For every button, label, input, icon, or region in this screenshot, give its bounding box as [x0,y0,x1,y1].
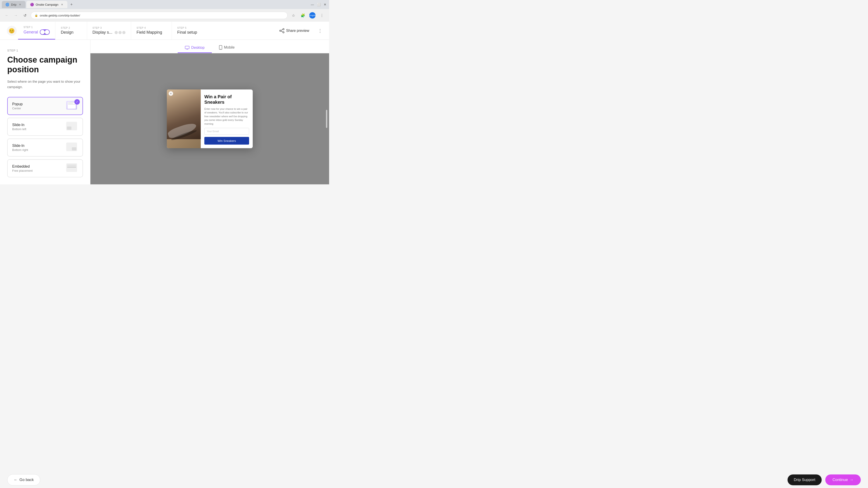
profile-label: Incognito [308,14,317,17]
header-right: Share preview ⋮ [276,26,324,35]
step-1[interactable]: STEP 1 General [18,22,55,39]
forward-button[interactable]: → [13,12,19,19]
onsite-tab-label: Onsite Campaign [36,3,58,6]
tab-mobile[interactable]: Mobile [212,42,242,53]
option-slidein-left[interactable]: Slide-In Bottom left [7,118,83,136]
option-popup[interactable]: Popup Center ✓ [7,97,83,115]
step-5-label: Final setup [177,30,198,35]
option-popup-icon: ✓ [66,101,78,111]
option-popup-subtitle: Center [12,107,23,110]
minimize-button[interactable]: — [310,2,315,7]
popup-image: × [167,90,201,149]
option-slidein-left-subtitle: Bottom left [12,127,26,131]
preview-tabs: Desktop Mobile [90,40,329,53]
tab-drip[interactable]: 🌀 Drip ✕ [2,1,26,8]
profile-extensions-icon[interactable]: 🧩 [299,12,307,19]
share-icon [279,28,284,33]
tab-bar: 🌀 Drip ✕ 🟣 Onsite Campaign ✕ + — ⬜ ✕ [0,0,329,9]
mobile-tab-label: Mobile [224,45,235,50]
option-embedded-title: Embedded [12,164,33,168]
position-options: Popup Center ✓ Slid [7,97,83,177]
popup-cta-button[interactable]: Win Sneakers [204,137,249,144]
drip-tab-close[interactable]: ✕ [18,3,22,6]
option-slidein-right-subtitle: Bottom right [12,148,28,152]
sneaker-image [167,90,201,139]
new-tab-button[interactable]: + [68,1,74,8]
step-1-number: STEP 1 [24,26,50,29]
profile-button[interactable]: Incognito [309,12,315,19]
tab-desktop[interactable]: Desktop [178,43,212,53]
option-popup-text: Popup Center [12,102,23,110]
share-preview-label: Share preview [286,29,309,33]
drip-favicon: 🌀 [5,3,9,6]
step-3[interactable]: STEP 3 Display s... [87,22,131,39]
popup-email-input[interactable]: Your Email [204,128,249,135]
onsite-favicon: 🟣 [30,3,34,6]
onsite-tab-close[interactable]: ✕ [60,3,64,6]
toggle-thumb-left [40,30,45,34]
popup-close-button[interactable]: × [168,91,173,96]
selected-checkmark: ✓ [74,99,80,105]
option-slidein-right-icon [66,142,78,153]
left-step-label: STEP 1 [7,49,83,52]
popup-content: Win a Pair of Sneakers Enter now for you… [201,90,253,149]
step-2[interactable]: STEP 2 Design [55,22,87,39]
section-description: Select where on the page you want to sho… [7,79,83,90]
main-content: STEP 1 Choose campaign position Select w… [0,40,329,184]
step-5-number: STEP 5 [177,26,198,29]
preview-area: Desktop Mobile × [90,40,329,184]
preview-canvas: × Win a Pair of Sneakers Enter now for y… [90,53,329,184]
popup-description: Enter now for your chance to win a pair … [204,107,249,126]
svg-line-6 [281,31,283,32]
bookmark-icon[interactable]: ☆ [290,12,297,19]
svg-point-4 [283,32,284,33]
option-embedded[interactable]: Embedded Free placement [7,159,83,177]
back-button[interactable]: ← [4,12,10,19]
svg-text:😊: 😊 [8,28,15,34]
option-slidein-right[interactable]: Slide-In Bottom right [7,138,83,157]
steps-container: STEP 1 General STEP 2 Design STEP 3 Disp… [18,22,276,39]
svg-rect-7 [185,46,189,49]
mobile-icon [219,45,222,50]
email-placeholder: Your Email [207,130,219,133]
step-4[interactable]: STEP 4 Field Mapping [131,22,172,39]
scrollbar[interactable] [326,110,327,128]
address-input[interactable]: 🔒 onsite.getdrip.com/drip-builder/ [31,12,287,19]
more-options-button[interactable]: ⋮ [316,27,324,34]
step-1-label: General [24,30,38,35]
step-4-label: Field Mapping [136,30,166,35]
reload-button[interactable]: ↺ [22,12,28,19]
close-window-button[interactable]: ✕ [323,2,327,7]
svg-point-11 [220,49,221,49]
step-2-number: STEP 2 [61,26,81,29]
option-embedded-text: Embedded Free placement [12,164,33,172]
display-s-toggle[interactable] [115,31,125,34]
step-2-label: Design [61,30,81,35]
cta-label: Win Sneakers [218,139,236,142]
option-embedded-icon [66,163,78,173]
desktop-tab-label: Desktop [191,46,205,50]
address-bar: ← → ↺ 🔒 onsite.getdrip.com/drip-builder/… [0,9,329,22]
step-4-number: STEP 4 [136,26,166,29]
desktop-icon [185,46,189,50]
option-embedded-subtitle: Free placement [12,169,33,172]
step-5[interactable]: STEP 5 Final setup [172,22,203,39]
browser-menu-button[interactable]: ⋮ [318,12,326,19]
option-slidein-right-title: Slide-In [12,144,28,148]
window-controls: — ⬜ ✕ [310,2,327,7]
option-slidein-right-text: Slide-In Bottom right [12,144,28,152]
step-1-toggle[interactable] [40,29,50,35]
svg-line-5 [281,29,283,30]
restore-button[interactable]: ⬜ [316,2,321,7]
browser-chrome: 🌀 Drip ✕ 🟣 Onsite Campaign ✕ + — ⬜ ✕ ← →… [0,0,329,22]
step-3-number: STEP 3 [92,26,125,29]
popup-title: Win a Pair of Sneakers [204,94,249,105]
app-header: 😊 STEP 1 General STEP 2 Design STEP 3 Di… [0,22,329,40]
section-title: Choose campaign position [7,55,83,74]
svg-point-2 [283,29,284,30]
address-text: onsite.getdrip.com/drip-builder/ [40,14,284,17]
logo-area: 😊 [5,26,18,36]
tab-onsite[interactable]: 🟣 Onsite Campaign ✕ [26,1,67,8]
share-preview-button[interactable]: Share preview [276,26,313,35]
left-panel: STEP 1 Choose campaign position Select w… [0,40,90,184]
